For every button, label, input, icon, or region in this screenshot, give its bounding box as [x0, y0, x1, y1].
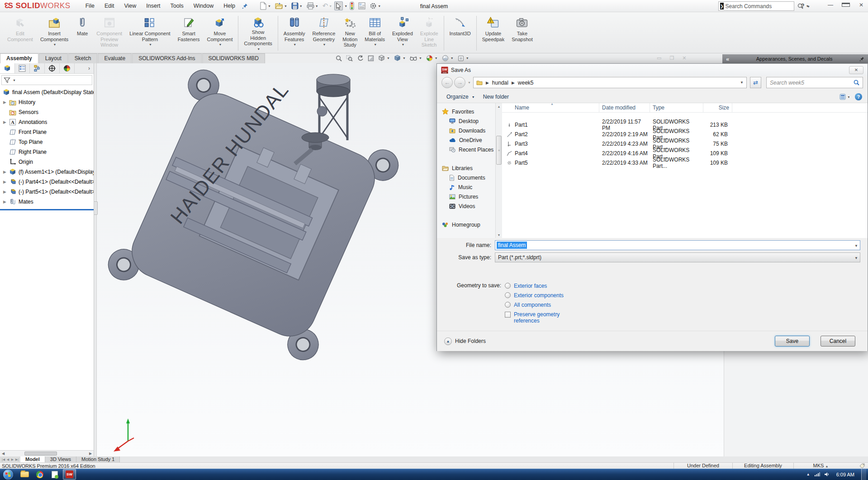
tab-assembly[interactable]: Assembly: [0, 53, 38, 63]
exploded-view-button[interactable]: Exploded View▼: [389, 14, 417, 52]
menu-window[interactable]: Window: [189, 0, 218, 11]
menu-view[interactable]: View: [119, 0, 141, 11]
search-commands-input[interactable]: [726, 3, 796, 10]
nav-music[interactable]: Music: [440, 182, 495, 192]
nav-favorites[interactable]: Favorites: [440, 107, 495, 116]
address-history-dropdown-icon[interactable]: ▼: [740, 81, 744, 85]
help-button[interactable]: ? ▼: [801, 2, 811, 9]
new-motion-study-button[interactable]: New Motion Study: [339, 14, 361, 52]
tab-solidworks-add-ins[interactable]: SOLIDWORKS Add-Ins: [132, 53, 201, 63]
hide-folders-button[interactable]: ▲Hide Folders: [444, 337, 486, 345]
new-folder-button[interactable]: New folder: [479, 92, 513, 101]
tab-feature-tree[interactable]: [0, 63, 15, 73]
menu-insert[interactable]: Insert: [141, 0, 165, 11]
minimize-button[interactable]: —: [826, 2, 835, 8]
organize-button[interactable]: Organize▼: [442, 92, 479, 101]
display-style-icon[interactable]: ▼: [394, 55, 406, 62]
nav-recent-places[interactable]: Recent Places: [440, 145, 495, 154]
reference-geometry-button[interactable]: Reference Geometry▼: [309, 14, 339, 52]
tree-item-front-plane[interactable]: Front Plane: [0, 127, 94, 137]
tab-layout[interactable]: Layout: [39, 53, 68, 63]
restore-button[interactable]: [842, 2, 850, 8]
tree-root[interactable]: final Assem (Default<Display State-1>): [0, 87, 94, 97]
menu-edit[interactable]: Edit: [100, 0, 119, 11]
file-row-part5[interactable]: Part5 2/22/2019 4:33 AM SOLIDWORKS Part.…: [502, 158, 868, 167]
radio-exterior-faces[interactable]: Exterior faces: [505, 281, 564, 290]
tab-solidworks-mbd[interactable]: SOLIDWORKS MBD: [202, 53, 265, 63]
smart-fasteners-button[interactable]: Smart Fasteners: [174, 14, 204, 52]
radio-exterior-components[interactable]: Exterior components: [505, 290, 564, 300]
tab-configuration-manager[interactable]: [30, 63, 45, 73]
forward-button[interactable]: →: [454, 77, 465, 88]
nav-downloads[interactable]: Downloads: [440, 126, 495, 135]
save-as-type-select[interactable]: Part (*.prt;*.sldprt)▼: [495, 252, 860, 262]
move-component-button[interactable]: Move Component▼: [204, 14, 237, 52]
dialog-title-bar[interactable]: SW2016 Save As ✕: [437, 64, 868, 76]
tree-item-origin[interactable]: Origin: [0, 157, 94, 167]
nav-homegroup[interactable]: Homegroup: [440, 220, 495, 229]
radio-icon[interactable]: [505, 292, 511, 298]
edit-appearance-icon[interactable]: ▼: [426, 55, 438, 62]
nav-pane-scrollbar[interactable]: ▲ ≡ ▼: [495, 103, 502, 238]
doc-restore-icon[interactable]: ❐: [669, 55, 674, 61]
filter-dropdown-icon[interactable]: ▼: [13, 79, 16, 82]
nav-documents[interactable]: Documents: [440, 173, 495, 182]
clock[interactable]: 6:09 AM: [834, 472, 857, 477]
linear-component-pattern-button[interactable]: Linear Component Pattern▼: [126, 14, 174, 52]
start-button[interactable]: [3, 470, 13, 480]
zoom-to-area-icon[interactable]: [346, 55, 353, 62]
tree-item-right-plane[interactable]: Right Plane: [0, 147, 94, 157]
tab-sketch[interactable]: Sketch: [68, 53, 98, 63]
tab-model[interactable]: Model: [20, 456, 45, 462]
show-desktop-button[interactable]: [861, 469, 866, 480]
options-button[interactable]: ▼: [368, 2, 383, 10]
save-button[interactable]: ▼: [289, 2, 304, 10]
pin-task-pane-icon[interactable]: [856, 57, 868, 62]
tray-volume-icon[interactable]: [824, 472, 830, 477]
instant3d-button[interactable]: Instant3D: [446, 14, 474, 52]
tree-item-assem1[interactable]: ▶ (f) Assem1<1> (Default<Display State-1: [0, 167, 94, 177]
tab-3d-views[interactable]: 3D Views: [45, 456, 76, 462]
new-document-button[interactable]: ▼: [258, 2, 273, 10]
nav-videos[interactable]: Videos: [440, 201, 495, 211]
nav-libraries[interactable]: Libraries: [440, 163, 495, 173]
take-snapshot-button[interactable]: Take Snapshot: [508, 14, 536, 52]
menu-tools[interactable]: Tools: [166, 0, 189, 11]
undo-button[interactable]: ↶▼: [321, 2, 334, 10]
insert-components-button[interactable]: Insert Components▼: [37, 14, 72, 52]
tab-motion-study-1[interactable]: Motion Study 1: [76, 456, 120, 462]
file-properties-button[interactable]: [356, 2, 367, 10]
column-type[interactable]: Type: [650, 103, 703, 112]
mate-button[interactable]: Mate: [72, 14, 93, 52]
menu-help[interactable]: Help: [218, 0, 240, 11]
print-button[interactable]: ▼: [305, 2, 320, 10]
dialog-help-icon[interactable]: ?: [855, 93, 862, 100]
tab-property-manager[interactable]: [15, 63, 30, 73]
nav-onedrive[interactable]: OneDrive: [440, 135, 495, 145]
refresh-button[interactable]: ⇄: [750, 77, 761, 88]
expand-tabs-icon[interactable]: ›: [85, 63, 94, 73]
radio-icon[interactable]: [505, 302, 511, 308]
section-view-icon[interactable]: [368, 55, 374, 62]
tab-display-manager[interactable]: [60, 63, 75, 73]
column-date-modified[interactable]: Date modified: [599, 103, 650, 112]
taskbar-explorer-icon[interactable]: [18, 469, 31, 480]
status-tag-icon[interactable]: [859, 463, 865, 469]
tree-item-part5[interactable]: ▶ (-) Part5<1> (Default<<Default>_Displa: [0, 187, 94, 197]
view-orientation-icon[interactable]: ▼: [378, 55, 390, 62]
tab-dimxpert[interactable]: [45, 63, 60, 73]
update-speedpak-button[interactable]: !Update Speedpak: [479, 14, 508, 52]
address-breadcrumb-bar[interactable]: ▶ hundal ▶ week5 ▼: [473, 77, 747, 88]
checkbox-preserve-geometry[interactable]: Preserve geometryreferences: [505, 311, 564, 324]
column-size[interactable]: Size: [703, 103, 732, 112]
breadcrumb-hundal[interactable]: hundal: [492, 80, 508, 86]
collapse-task-pane-icon[interactable]: «: [722, 56, 733, 62]
back-button[interactable]: ←: [441, 77, 453, 88]
previous-view-icon[interactable]: [357, 55, 364, 62]
tray-network-icon[interactable]: [814, 472, 820, 477]
search-icon[interactable]: [854, 80, 859, 86]
doc-close-icon[interactable]: ✕: [682, 55, 686, 61]
select-tool-button[interactable]: [334, 1, 343, 10]
cancel-button[interactable]: Cancel: [821, 336, 855, 347]
search-commands-box[interactable]: ❯ ▼: [718, 1, 794, 11]
